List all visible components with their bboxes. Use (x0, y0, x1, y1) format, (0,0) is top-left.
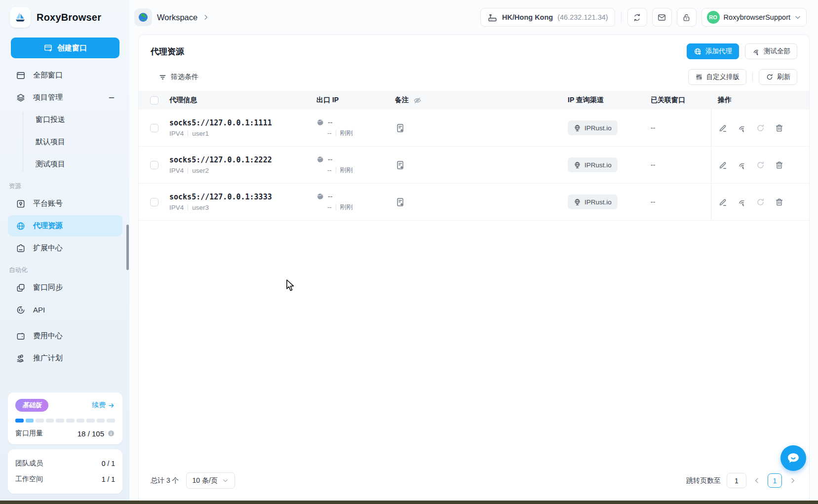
sidebar-item-all-windows[interactable]: 全部窗口 (8, 65, 122, 86)
delete-icon[interactable] (775, 123, 784, 133)
sidebar-item-api[interactable]: API (8, 299, 122, 320)
test-proxy-icon[interactable] (737, 160, 746, 170)
sidebar-item-billing-center[interactable]: 费用中心 (8, 325, 122, 347)
team-members-value: 0 / 1 (102, 460, 115, 467)
ip-channel-badge[interactable]: IPRust.io (568, 194, 618, 209)
window-plus-icon (43, 43, 53, 53)
col-ip-channel: IP 查询渠道 (568, 91, 651, 110)
sidebar-item-proxy-resources[interactable]: 代理资源 (8, 215, 122, 236)
sync-button[interactable] (627, 8, 647, 27)
row-checkbox[interactable] (150, 198, 158, 206)
workspace-globe-icon (134, 8, 152, 26)
refresh-proxy-icon[interactable] (756, 197, 765, 207)
select-all-checkbox[interactable] (150, 96, 158, 105)
test-proxy-icon[interactable] (737, 123, 746, 133)
collapse-minus-icon[interactable] (108, 94, 116, 102)
exit-ip-value: -- (328, 118, 332, 126)
test-all-button[interactable]: 测试全部 (745, 43, 797, 59)
sidebar-item-label: 窗口同步 (33, 283, 63, 292)
arrow-right-icon (108, 402, 115, 409)
sidebar-item-label: 代理资源 (33, 221, 63, 231)
user-menu[interactable]: RO RoxybrowserSupport (701, 8, 807, 27)
lock-button[interactable] (677, 8, 697, 27)
page-size-select[interactable]: 10 条/页 (186, 472, 235, 489)
globe-channel-icon (574, 198, 581, 206)
proxy-resources-panel: 代理资源 添加代理 测试全部 筛选条件 (138, 35, 810, 501)
divider (621, 12, 622, 23)
refresh-button[interactable]: 刷新 (759, 69, 797, 85)
sidebar-item-platform-accounts[interactable]: 平台账号 (8, 193, 122, 214)
add-note-icon[interactable] (395, 160, 405, 170)
test-proxy-icon[interactable] (737, 197, 746, 207)
sidebar-subitem-window-dispatch[interactable]: 窗口投送 (0, 109, 129, 131)
renew-link[interactable]: 续费 (92, 401, 115, 410)
sidebar-scrollbar[interactable] (126, 225, 129, 270)
proxy-user: user3 (192, 204, 209, 211)
usage-progress-bar (15, 419, 115, 423)
sidebar: RoxyBrowser 创建窗口 全部窗口 项目管理 窗口投送 默认项目 测试项… (0, 0, 129, 501)
custom-layout-label: 自定义排版 (706, 73, 740, 81)
limits-card: 团队成员 0 / 1 工作空间 1 / 1 (8, 449, 122, 494)
sidebar-item-window-sync[interactable]: 窗口同步 (8, 277, 122, 298)
sidebar-item-referral-plan[interactable]: 推广计划 (8, 348, 122, 369)
row-checkbox[interactable] (150, 161, 158, 169)
mail-icon (657, 13, 666, 22)
wallet-icon (16, 331, 26, 341)
project-submenu: 窗口投送 默认项目 测试项目 (0, 109, 129, 175)
create-window-button[interactable]: 创建窗口 (11, 38, 119, 58)
proxy-table: 代理信息 出口 IP 备注 IP 查询渠道 已关联窗口 操作 socks5://… (139, 91, 809, 221)
info-icon (107, 429, 115, 437)
delete-icon[interactable] (775, 160, 784, 170)
exit-ip-value: -- (328, 155, 332, 163)
create-window-label: 创建窗口 (57, 43, 87, 53)
sidebar-item-project-mgmt[interactable]: 项目管理 (8, 87, 122, 108)
jump-page-input[interactable] (727, 473, 746, 488)
page-number-button[interactable]: 1 (768, 473, 782, 488)
app-window: RoxyBrowser 创建窗口 全部窗口 项目管理 窗口投送 默认项目 测试项… (0, 0, 818, 501)
usage-value: 18 / 105 (78, 429, 104, 438)
edit-icon[interactable] (718, 123, 728, 133)
edit-icon[interactable] (718, 160, 728, 170)
add-note-icon[interactable] (395, 197, 405, 207)
support-chat-button[interactable] (780, 445, 806, 471)
filter-button[interactable]: 筛选条件 (151, 73, 198, 81)
location-chip[interactable]: HK/Hong Kong (46.232.121.34) (480, 8, 615, 27)
proxy-type: IPV4 (169, 167, 184, 174)
divider (752, 72, 753, 82)
brand: RoxyBrowser (0, 0, 129, 33)
refresh-proxy-icon[interactable] (756, 160, 765, 170)
row-checkbox[interactable] (150, 124, 158, 132)
mail-button[interactable] (652, 8, 672, 27)
sidebar-item-label: 项目管理 (33, 93, 63, 102)
sidebar-subitem-test-project[interactable]: 测试项目 (0, 153, 129, 175)
refresh-proxy-icon[interactable] (756, 123, 765, 133)
ip-channel-badge[interactable]: IPRust.io (568, 120, 618, 135)
workspace-switcher[interactable]: Workspace (134, 8, 209, 26)
globe-small-icon (316, 193, 324, 200)
ip-channel-badge[interactable]: IPRust.io (568, 157, 618, 172)
location-name: HK/Hong Kong (502, 13, 553, 21)
layers-icon (16, 93, 26, 103)
window-icon (16, 71, 26, 80)
add-proxy-button[interactable]: 添加代理 (687, 43, 739, 59)
col-exit-ip: 出口 IP (316, 91, 391, 110)
sidebar-item-extension-center[interactable]: 扩展中心 (8, 237, 122, 259)
custom-layout-button[interactable]: 自定义排版 (688, 69, 747, 85)
add-note-icon[interactable] (395, 123, 405, 133)
table-row: socks5://127.0.0.1:2222 IPV4user2 -- --刚… (139, 147, 809, 184)
workspace-name: Workspace (157, 13, 197, 22)
check-time: 刚刚 (340, 203, 353, 212)
check-time: 刚刚 (340, 129, 353, 138)
edit-icon[interactable] (718, 197, 728, 207)
next-page-icon[interactable] (788, 477, 797, 484)
sidebar-item-label: 平台账号 (33, 199, 63, 208)
eye-off-icon[interactable] (413, 96, 422, 105)
prev-page-icon[interactable] (752, 477, 762, 484)
window-bottom-edge (0, 501, 818, 504)
proxy-address: socks5://127.0.0.1:2222 (169, 155, 272, 164)
user-avatar: RO (707, 11, 720, 24)
delete-icon[interactable] (775, 197, 784, 207)
section-resources: 资源 (9, 182, 129, 191)
sidebar-subitem-default-project[interactable]: 默认项目 (0, 131, 129, 153)
plan-card: 基础版 续费 窗口用量 18 / 105 (8, 392, 122, 444)
